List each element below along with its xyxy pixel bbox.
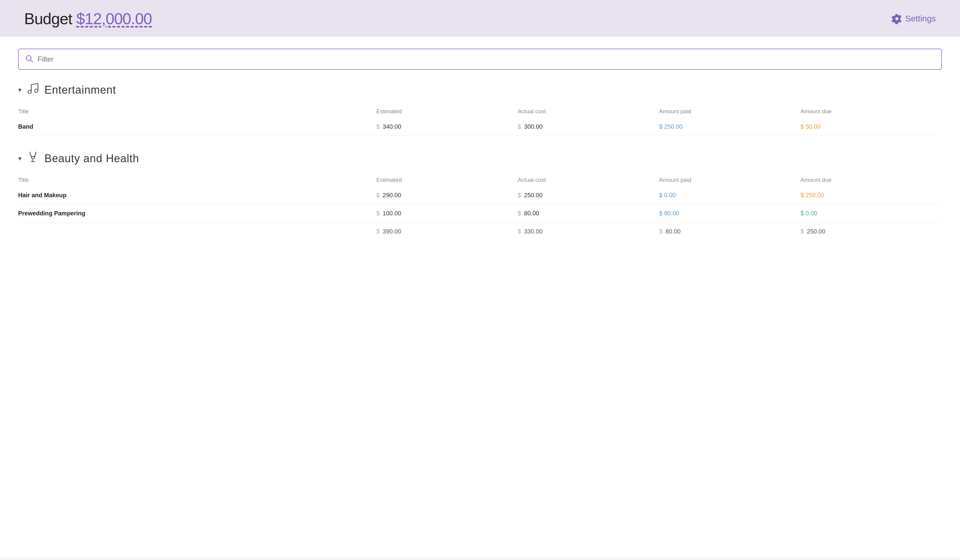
subtotal-estimated-beauty: $ 390.00 (376, 223, 518, 241)
row-paid-hair: $ 0.00 (659, 187, 800, 204)
entertainment-title: Entertainment (45, 84, 116, 96)
row-due-hair: $ 250.00 (800, 187, 942, 204)
row-actual-hair: $ 250.00 (518, 187, 659, 204)
row-paid-prewedding: $ 80.00 (659, 204, 800, 223)
col-actual-ent: Actual cost (518, 105, 659, 118)
page-title: Budget $12,000.00 (24, 10, 152, 28)
settings-button[interactable]: Settings (891, 13, 936, 24)
row-due-band: $ 50.00 (800, 118, 942, 136)
chevron-down-icon[interactable]: ▾ (18, 86, 21, 94)
svg-point-3 (35, 89, 38, 93)
col-paid-beauty: Amount paid (659, 174, 800, 187)
row-due-prewedding: $ 0.00 (800, 204, 942, 223)
col-title-beauty: Title (18, 174, 376, 187)
row-actual-prewedding: $ 80.00 (518, 204, 659, 223)
col-paid-ent: Amount paid (659, 105, 800, 118)
section-beauty-health: ▾ Beauty and Health Title Estimated Act (18, 150, 942, 241)
table-row: Band $ 340.00 $ 300.00 (18, 118, 942, 136)
table-row: Hair and Makeup $ 290.00 $ 250.00 (18, 187, 942, 204)
beauty-health-title: Beauty and Health (45, 152, 139, 165)
col-estimated-ent: Estimated (376, 105, 518, 118)
row-actual-band: $ 300.00 (518, 118, 659, 136)
filter-input[interactable] (37, 55, 935, 64)
row-title-band: Band (18, 118, 376, 136)
beauty-table: Title Estimated Actual cost Amount paid … (18, 174, 942, 241)
row-estimated-band: $ 340.00 (376, 118, 518, 136)
row-estimated-prewedding: $ 100.00 (376, 204, 518, 223)
table-row: Prewedding Pampering $ 100.00 $ 80.00 (18, 204, 942, 223)
beauty-icon (26, 150, 40, 166)
main-content: ▾ Entertainment Title Estimated Actual c… (0, 37, 960, 557)
col-actual-beauty: Actual cost (518, 174, 659, 187)
filter-container (18, 49, 942, 70)
row-estimated-hair: $ 290.00 (376, 187, 518, 204)
budget-amount[interactable]: $12,000.00 (76, 10, 152, 27)
row-paid-band: $ 250.00 (659, 118, 800, 136)
subtotal-row-beauty: $ 390.00 $ 330.00 $ 80.00 (18, 223, 942, 241)
col-due-ent: Amount due (800, 105, 942, 118)
subtotal-paid-beauty: $ 80.00 (659, 223, 800, 241)
row-title-hair: Hair and Makeup (18, 187, 376, 204)
col-estimated-beauty: Estimated (376, 174, 518, 187)
row-title-prewedding: Prewedding Pampering (18, 204, 376, 223)
col-title-ent: Title (18, 105, 376, 118)
subtotal-actual-beauty: $ 330.00 (518, 223, 659, 241)
section-entertainment: ▾ Entertainment Title Estimated Actual c… (18, 82, 942, 136)
section-header-entertainment: ▾ Entertainment (18, 82, 942, 98)
section-header-beauty: ▾ Beauty and Health (18, 150, 942, 166)
search-icon (25, 54, 33, 64)
entertainment-table: Title Estimated Actual cost Amount paid … (18, 105, 942, 136)
entertainment-icon (26, 82, 40, 98)
svg-line-1 (30, 60, 32, 62)
gear-icon (891, 13, 902, 24)
col-due-beauty: Amount due (800, 174, 942, 187)
subtotal-due-beauty: $ 250.00 (800, 223, 942, 241)
page-header: Budget $12,000.00 Settings (0, 0, 960, 37)
svg-point-2 (28, 90, 32, 94)
chevron-down-icon-beauty[interactable]: ▾ (18, 155, 21, 163)
filter-input-wrapper[interactable] (18, 49, 942, 70)
